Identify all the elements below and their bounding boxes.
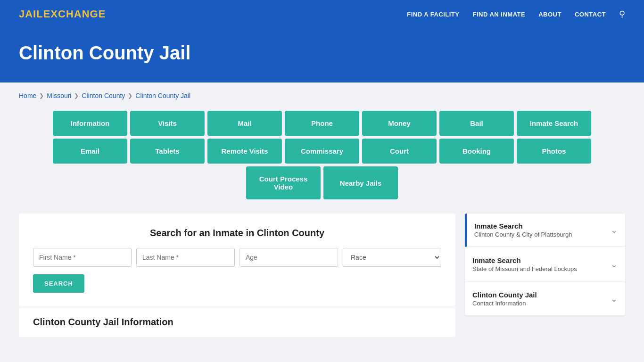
- btn-court[interactable]: Court: [362, 139, 437, 164]
- btn-bail[interactable]: Bail: [439, 111, 514, 136]
- main-bottom: Search for an Inmate in Clinton County R…: [19, 214, 625, 337]
- race-select[interactable]: Race White Black Hispanic Asian Other: [343, 248, 441, 267]
- nav-find-inmate[interactable]: FIND AN INMATE: [472, 11, 525, 18]
- chevron-down-icon-3: ⌄: [611, 294, 618, 304]
- btn-remote-visits[interactable]: Remote Visits: [207, 139, 282, 164]
- search-icon[interactable]: ⚲: [619, 9, 625, 19]
- sidebar-item-title-1: Inmate Search: [474, 222, 572, 230]
- btn-nearby-jails[interactable]: Nearby Jails: [323, 166, 398, 199]
- search-fields: Race White Black Hispanic Asian Other: [33, 248, 441, 267]
- btn-money[interactable]: Money: [362, 111, 437, 136]
- sidebar-item-inmate-search-state[interactable]: Inmate Search State of Missouri and Fede…: [465, 248, 625, 281]
- sidebar-item-sub-3: Contact Information: [472, 300, 537, 307]
- breadcrumb-jail[interactable]: Clinton County Jail: [135, 92, 190, 99]
- btn-email[interactable]: Email: [53, 139, 127, 164]
- sidebar-panel: Inmate Search Clinton County & City of P…: [465, 214, 625, 315]
- sidebar-item-title-2: Inmate Search: [472, 256, 577, 264]
- btn-court-process-video[interactable]: Court Process Video: [246, 166, 321, 199]
- breadcrumb-missouri[interactable]: Missouri: [47, 92, 71, 99]
- btn-phone[interactable]: Phone: [285, 111, 359, 136]
- btn-tablets[interactable]: Tablets: [130, 139, 205, 164]
- btn-inmate-search[interactable]: Inmate Search: [517, 111, 591, 136]
- navbar: JAILEXCHANGE FIND A FACILITY FIND AN INM…: [0, 0, 644, 28]
- breadcrumb-sep-1: ❯: [39, 92, 44, 99]
- btn-mail[interactable]: Mail: [207, 111, 282, 136]
- sidebar-item-sub-2: State of Missouri and Federal Lockups: [472, 265, 577, 272]
- first-name-input[interactable]: [33, 248, 132, 267]
- search-button[interactable]: SEARCH: [33, 274, 84, 293]
- btn-visits[interactable]: Visits: [130, 111, 205, 136]
- site-logo[interactable]: JAILEXCHANGE: [19, 8, 106, 20]
- inmate-search-panel: Search for an Inmate in Clinton County R…: [19, 214, 455, 307]
- search-title: Search for an Inmate in Clinton County: [33, 228, 441, 239]
- breadcrumb: Home ❯ Missouri ❯ Clinton County ❯ Clint…: [19, 92, 625, 99]
- sidebar-item-sub-1: Clinton County & City of Plattsburgh: [474, 231, 572, 238]
- grid-row-1: Information Visits Mail Phone Money Bail…: [53, 111, 591, 136]
- grid-row-3: Court Process Video Nearby Jails: [246, 166, 398, 199]
- nav-contact[interactable]: CONTACT: [575, 11, 606, 18]
- btn-photos[interactable]: Photos: [517, 139, 591, 164]
- grid-row-2: Email Tablets Remote Visits Commissary C…: [53, 139, 591, 164]
- breadcrumb-sep-2: ❯: [74, 92, 79, 99]
- page-title: Clinton County Jail: [19, 42, 625, 64]
- chevron-down-icon-1: ⌄: [611, 225, 618, 235]
- logo-jail: JAIL: [19, 8, 43, 20]
- nav-button-grid: Information Visits Mail Phone Money Bail…: [19, 111, 625, 199]
- content-area: Home ❯ Missouri ❯ Clinton County ❯ Clint…: [0, 82, 644, 356]
- btn-booking[interactable]: Booking: [439, 139, 514, 164]
- last-name-input[interactable]: [136, 248, 235, 267]
- breadcrumb-home[interactable]: Home: [19, 92, 36, 99]
- sidebar-item-inmate-search-local[interactable]: Inmate Search Clinton County & City of P…: [465, 214, 625, 247]
- age-input[interactable]: [239, 248, 338, 267]
- chevron-down-icon-2: ⌄: [611, 259, 618, 270]
- sidebar-item-contact-info[interactable]: Clinton County Jail Contact Information …: [465, 282, 625, 315]
- nav-find-facility[interactable]: FIND A FACILITY: [407, 11, 459, 18]
- logo-exchange: EXCHANGE: [43, 8, 106, 20]
- btn-commissary[interactable]: Commissary: [285, 139, 359, 164]
- breadcrumb-sep-3: ❯: [128, 92, 132, 99]
- nav-about[interactable]: ABOUT: [538, 11, 561, 18]
- nav-links: FIND A FACILITY FIND AN INMATE ABOUT CON…: [407, 9, 625, 19]
- hero-section: Clinton County Jail: [0, 28, 644, 82]
- sidebar-item-title-3: Clinton County Jail: [472, 291, 537, 299]
- breadcrumb-clinton-county[interactable]: Clinton County: [82, 92, 125, 99]
- btn-information[interactable]: Information: [53, 111, 127, 136]
- section-heading: Clinton County Jail Information: [19, 307, 455, 328]
